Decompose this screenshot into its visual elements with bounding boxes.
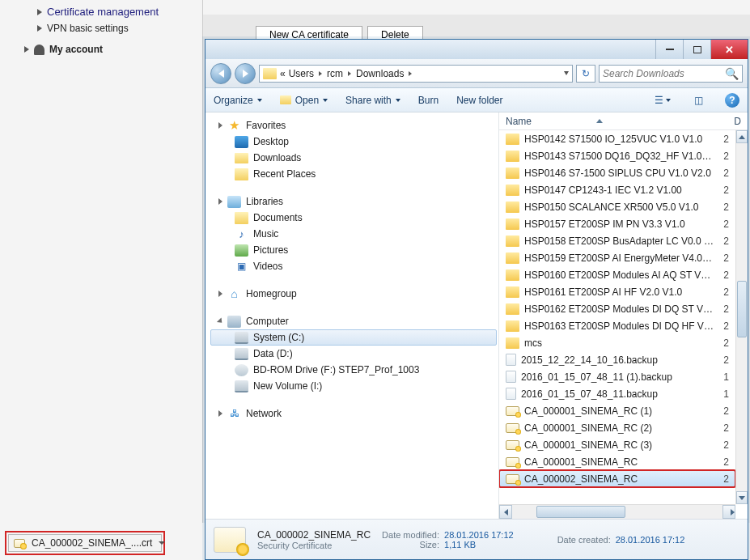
organize-menu[interactable]: Organize [214,95,262,106]
tree-bdrom[interactable]: BD-ROM Drive (F:) STEP7_Prof_1003 [210,362,497,378]
view-options-button[interactable]: ☰ [654,92,672,108]
file-icon [506,354,516,366]
tree-documents[interactable]: Documents [210,210,497,226]
folder-icon [506,337,519,349]
address-breadcrumb[interactable]: « Users rcm Downloads [259,65,573,83]
network-icon: 🖧 [227,408,241,420]
breadcrumb-segment[interactable]: Users [289,68,314,79]
folder-icon [506,168,519,179]
help-button[interactable]: ? [725,93,739,108]
file-icon [506,388,516,400]
file-row[interactable]: CA_000002_SINEMA_RC2 [499,470,735,487]
sidebar-item-cert-mgmt[interactable]: Certificate management [37,3,199,20]
tree-homegroup[interactable]: ⌂Homegroup [210,286,497,302]
file-row[interactable]: HSP0159 ET200SP AI EnergyMeter V4.0 V...… [499,249,735,266]
column-date[interactable]: D [734,116,741,127]
breadcrumb-segment[interactable]: rcm [327,68,343,79]
caret-right-icon [37,9,42,15]
sidebar-item-vpn[interactable]: VPN basic settings [37,20,199,36]
homegroup-icon: ⌂ [227,288,241,300]
file-row[interactable]: HSP0150 SCALANCE XR500 V5.0 V1.02 [499,198,735,215]
cert-icon [506,474,519,484]
sidebar-item-label: My account [49,44,103,55]
scroll-thumb[interactable] [536,506,625,518]
tree-favorites[interactable]: ★Favorites [210,117,497,134]
chevron-down-icon[interactable] [564,71,569,75]
taskbar-download-item[interactable]: CA_000002_SINEMA_....crt [8,534,162,552]
new-folder-button[interactable]: New folder [456,95,502,106]
libraries-icon [227,196,241,208]
file-datecol: 2 [718,252,729,264]
file-name: CA_000001_SINEMA_RC (2) [524,422,652,434]
file-row[interactable]: CA_000001_SINEMA_RC2 [499,453,735,470]
file-row[interactable]: HSP0147 CP1243-1 IEC V1.2 V1.002 [499,181,735,198]
file-datecol: 2 [718,269,729,281]
tree-music[interactable]: ♪Music [210,226,497,242]
scroll-down-button[interactable] [736,491,748,504]
tree-data-d[interactable]: Data (D:) [210,346,497,362]
tree-libraries[interactable]: Libraries [210,193,497,210]
open-menu[interactable]: Open [280,95,328,106]
sidebar-item-my-account[interactable]: My account [24,41,199,57]
file-list-header[interactable]: Name D [499,112,748,130]
file-row[interactable]: 2016_01_15_07_48_11.backup1 [499,385,735,402]
file-row[interactable]: HSP0142 S71500 IO_125VUC V1.0 V1.02 [499,130,735,147]
tree-downloads[interactable]: Downloads [210,150,497,166]
share-menu[interactable]: Share with [345,95,400,106]
tree-pictures[interactable]: Pictures [210,242,497,258]
tree-newvol[interactable]: New Volume (I:) [210,378,497,394]
breadcrumb-segment[interactable]: Downloads [356,68,404,79]
scroll-thumb[interactable] [737,281,747,337]
burn-button[interactable]: Burn [418,95,439,106]
tree-computer[interactable]: Computer [210,313,497,329]
search-box[interactable]: 🔍 [599,65,743,83]
file-name: HSP0158 ET200SP BusAdapter LC V0.0 V1.0 [524,235,714,247]
search-input[interactable] [603,68,725,79]
maximize-button[interactable] [683,40,710,59]
refresh-button[interactable]: ↻ [576,65,595,83]
file-row[interactable]: HSP0158 ET200SP BusAdapter LC V0.0 V1.02 [499,232,735,249]
file-row[interactable]: HSP0162 ET200SP Modules DI DQ ST V1.1...… [499,300,735,317]
file-row[interactable]: 2016_01_15_07_48_11 (1).backup1 [499,368,735,385]
file-name: HSP0162 ET200SP Modules DI DQ ST V1.1... [524,303,714,315]
file-row[interactable]: HSP0161 ET200SP AI HF V2.0 V1.02 [499,283,735,300]
explorer-toolbar: Organize Open Share with Burn New folder… [206,88,748,112]
close-button[interactable]: ✕ [710,40,748,59]
scroll-left-button[interactable] [499,505,512,519]
desktop-icon [235,136,248,148]
file-row[interactable]: CA_000001_SINEMA_RC (3)2 [499,436,735,453]
vertical-scrollbar[interactable] [735,130,748,504]
tree-network[interactable]: 🖧Network [210,405,497,422]
file-row[interactable]: mcs2 [499,334,735,351]
app-sidebar: Certificate management VPN basic setting… [0,0,202,523]
drive-icon [235,332,248,344]
cert-icon [506,457,519,467]
file-row[interactable]: CA_000001_SINEMA_RC (2)2 [499,419,735,436]
forward-button[interactable] [235,63,256,84]
file-row[interactable]: HSP0146 S7-1500 SIPLUS CPU V1.0 V2.02 [499,164,735,181]
folder-icon [506,202,519,213]
taskbar-item-label: CA_000002_SINEMA_....crt [32,537,152,549]
file-name: mcs [524,337,542,349]
scroll-up-button[interactable] [736,130,748,143]
file-row[interactable]: 2015_12_22_14_10_16.backup2 [499,351,735,368]
back-button[interactable] [210,63,231,84]
tree-recent[interactable]: Recent Places [210,166,497,182]
preview-pane-button[interactable]: ◫ [689,92,707,108]
tree-system-c[interactable]: System (C:) [210,329,497,346]
minimize-button[interactable] [655,40,683,59]
file-row[interactable]: HSP0163 ET200SP Modules DI DQ HF V2....2 [499,317,735,334]
file-row[interactable]: CA_000001_SINEMA_RC (1)2 [499,402,735,419]
scroll-right-button[interactable] [722,505,735,519]
file-row[interactable]: HSP0160 ET200SP Modules AI AQ ST V1.0...… [499,266,735,283]
tree-desktop[interactable]: Desktop [210,134,497,150]
videos-icon: ▣ [235,261,248,273]
file-row[interactable]: HSP0157 ET200SP IM PN V3.3 V1.02 [499,215,735,232]
file-row[interactable]: HSP0143 S71500 DQ16_DQ32_HF V1.0 V1.02 [499,147,735,164]
column-name[interactable]: Name [506,116,532,127]
tree-videos[interactable]: ▣Videos [210,258,497,274]
horizontal-scrollbar[interactable] [499,504,735,519]
caret-right-icon [24,46,29,53]
file-name: HSP0150 SCALANCE XR500 V5.0 V1.0 [524,202,698,213]
file-datecol: 2 [718,286,729,298]
